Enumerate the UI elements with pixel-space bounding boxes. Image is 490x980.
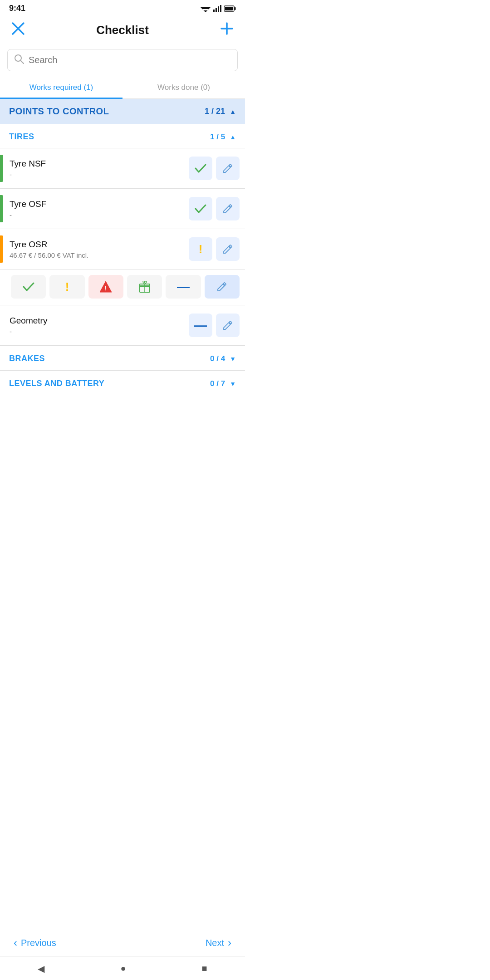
inline-warn-button[interactable]: ! <box>49 275 84 299</box>
status-time: 9:41 <box>9 4 25 13</box>
item-info-geometry: Geometry - <box>10 316 189 335</box>
list-item-geometry: Geometry - — <box>0 305 245 345</box>
edit-button-geometry[interactable] <box>216 314 240 337</box>
tab-works-required[interactable]: Works required (1) <box>0 77 122 99</box>
add-button[interactable] <box>218 20 236 41</box>
list-item-tyre-osf: Tyre OSF - <box>0 188 245 229</box>
item-info-tyre-nsf: Tyre NSF - <box>10 159 189 178</box>
category-brakes[interactable]: BRAKES 0 / 4 <box>0 346 245 370</box>
item-title-tyre-nsf: Tyre NSF <box>10 159 189 169</box>
warn-button-tyre-osr[interactable]: ! <box>189 237 212 261</box>
tab-works-done[interactable]: Works done (0) <box>122 77 245 99</box>
item-subtitle-geometry: - <box>10 328 189 335</box>
edit-button-tyre-osf[interactable] <box>216 197 240 220</box>
battery-icon <box>224 5 236 12</box>
check-button-tyre-osf[interactable] <box>189 197 212 220</box>
inline-check-button[interactable] <box>11 275 46 299</box>
svg-rect-10 <box>225 7 233 10</box>
svg-text:!: ! <box>104 284 107 292</box>
status-bar: 9:41 <box>0 0 245 15</box>
status-icons <box>201 5 236 12</box>
inline-edit-button[interactable] <box>205 275 240 299</box>
item-actions-tyre-nsf <box>189 157 240 180</box>
svg-rect-7 <box>220 5 221 12</box>
svg-rect-6 <box>218 6 219 12</box>
check-button-tyre-nsf[interactable] <box>189 157 212 180</box>
inline-gift-button[interactable] <box>127 275 162 299</box>
item-title-tyre-osr: Tyre OSR <box>10 240 189 250</box>
item-actions-tyre-osr: ! <box>189 237 240 261</box>
list-item-tyre-nsf: Tyre NSF - <box>0 148 245 188</box>
list-item-tyre-osr: Tyre OSR 46.67 € / 56.00 € VAT incl. ! <box>0 229 245 269</box>
category-brakes-count: 0 / 4 <box>210 354 236 363</box>
edit-button-tyre-nsf[interactable] <box>216 157 240 180</box>
edit-button-tyre-osr[interactable] <box>216 237 240 261</box>
close-button[interactable] <box>9 20 27 41</box>
status-indicator-none <box>0 312 3 339</box>
warning-icon: ! <box>199 242 203 256</box>
points-to-control-count: 1 / 21 <box>205 107 236 116</box>
main-content: POINTS TO CONTROL 1 / 21 TIRES 1 / 5 Tyr… <box>0 99 245 449</box>
svg-rect-4 <box>213 10 215 12</box>
svg-rect-9 <box>235 7 236 10</box>
svg-line-16 <box>21 61 24 64</box>
app-header: Checklist <box>0 15 245 47</box>
item-info-tyre-osr: Tyre OSR 46.67 € / 56.00 € VAT incl. <box>10 240 189 259</box>
page-title: Checklist <box>96 23 149 37</box>
item-subtitle-tyre-nsf: - <box>10 171 189 178</box>
item-actions-tyre-osf <box>189 197 240 220</box>
category-brakes-title: BRAKES <box>9 354 45 363</box>
item-subtitle-tyre-osr: 46.67 € / 56.00 € VAT incl. <box>10 251 189 259</box>
tab-bar: Works required (1) Works done (0) <box>0 77 245 99</box>
item-info-tyre-osf: Tyre OSF - <box>10 199 189 219</box>
search-icon <box>14 54 24 66</box>
inline-dash-button[interactable]: — <box>166 275 201 299</box>
inline-actions-tyre-osr: ! ! — <box>0 269 245 305</box>
item-title-tyre-osf: Tyre OSF <box>10 199 189 209</box>
inline-warning-icon: ! <box>65 280 69 294</box>
item-title-geometry: Geometry <box>10 316 189 326</box>
search-bar <box>7 49 238 71</box>
category-tires-count: 1 / 5 <box>210 132 236 142</box>
category-levels-battery-count: 0 / 7 <box>210 379 236 388</box>
status-indicator-green <box>0 155 3 182</box>
item-subtitle-tyre-osf: - <box>10 211 189 219</box>
dash-icon: — <box>177 280 190 293</box>
category-levels-battery-title: LEVELS AND BATTERY <box>9 379 104 388</box>
dash-button-geometry[interactable]: — <box>189 314 212 337</box>
svg-rect-5 <box>216 8 217 12</box>
search-input[interactable] <box>29 55 231 65</box>
signal-icon <box>213 5 221 12</box>
category-tires-title: TIRES <box>9 132 34 142</box>
inline-danger-button[interactable]: ! <box>88 275 123 299</box>
status-indicator-green-osf <box>0 195 3 222</box>
points-to-control-header[interactable]: POINTS TO CONTROL 1 / 21 <box>0 99 245 124</box>
category-tires[interactable]: TIRES 1 / 5 <box>0 124 245 148</box>
item-actions-geometry: — <box>189 314 240 337</box>
status-indicator-orange-osr <box>0 235 3 263</box>
wifi-icon <box>201 5 211 12</box>
dash-icon-geometry: — <box>194 319 207 332</box>
points-to-control-title: POINTS TO CONTROL <box>9 106 109 117</box>
category-levels-battery[interactable]: LEVELS AND BATTERY 0 / 7 <box>0 370 245 395</box>
